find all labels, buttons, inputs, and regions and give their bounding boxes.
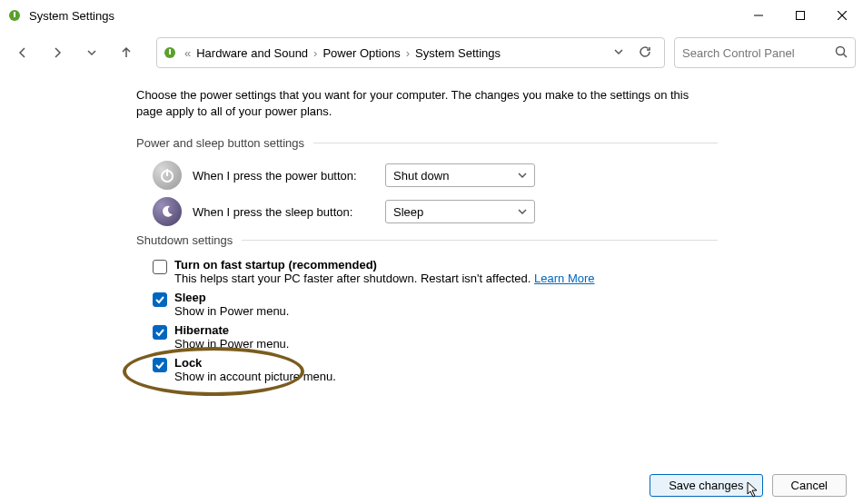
section-power-sleep-header: Power and sleep button settings bbox=[136, 136, 718, 150]
recent-dropdown[interactable] bbox=[76, 37, 107, 68]
svg-rect-7 bbox=[169, 49, 171, 54]
sleep-row: Sleep Show in Power menu. bbox=[153, 291, 718, 318]
back-button[interactable] bbox=[7, 37, 38, 68]
divider bbox=[313, 143, 718, 143]
cancel-button[interactable]: Cancel bbox=[772, 474, 847, 497]
minimize-button[interactable] bbox=[738, 0, 779, 31]
hibernate-checkbox[interactable] bbox=[153, 325, 167, 340]
sleep-icon bbox=[153, 197, 182, 226]
power-icon bbox=[153, 161, 182, 190]
learn-more-link[interactable]: Learn More bbox=[534, 272, 594, 285]
svg-line-9 bbox=[844, 54, 848, 57]
close-button[interactable] bbox=[821, 0, 863, 31]
breadcrumb-hardware[interactable]: Hardware and Sound bbox=[193, 46, 312, 60]
address-dropdown[interactable] bbox=[606, 46, 631, 60]
chevron-right-icon: › bbox=[312, 46, 319, 60]
lock-label: Lock bbox=[174, 356, 336, 370]
sleep-label: Sleep bbox=[174, 291, 289, 304]
cursor-icon bbox=[747, 481, 759, 500]
lock-row: Lock Show in account picture menu. bbox=[153, 356, 718, 383]
chevron-down-icon bbox=[518, 171, 527, 180]
lock-checkbox[interactable] bbox=[153, 358, 167, 372]
search-placeholder: Search Control Panel bbox=[682, 46, 835, 60]
search-icon bbox=[835, 45, 848, 61]
hibernate-label: Hibernate bbox=[174, 323, 289, 337]
sleep-button-row: When I press the sleep button: Sleep bbox=[153, 197, 718, 226]
power-button-dropdown[interactable]: Shut down bbox=[385, 163, 535, 187]
breadcrumb-system-settings[interactable]: System Settings bbox=[412, 46, 504, 60]
hibernate-row: Hibernate Show in Power menu. bbox=[153, 323, 718, 351]
hibernate-desc: Show in Power menu. bbox=[174, 337, 289, 351]
chevron-down-icon bbox=[518, 207, 527, 216]
fast-startup-checkbox[interactable] bbox=[153, 260, 167, 274]
divider bbox=[242, 240, 718, 241]
maximize-button[interactable] bbox=[779, 0, 821, 31]
window-title: System Settings bbox=[29, 9, 738, 23]
forward-button[interactable] bbox=[42, 37, 73, 68]
breadcrumb-power-options[interactable]: Power Options bbox=[319, 46, 403, 60]
power-button-row: When I press the power button: Shut down bbox=[153, 161, 718, 190]
sleep-button-dropdown[interactable]: Sleep bbox=[385, 200, 535, 223]
svg-rect-1 bbox=[14, 12, 15, 17]
toolbar: « Hardware and Sound › Power Options › S… bbox=[0, 31, 863, 74]
address-bar[interactable]: « Hardware and Sound › Power Options › S… bbox=[156, 37, 665, 68]
dropdown-value: Sleep bbox=[393, 205, 423, 219]
section-shutdown-header: Shutdown settings bbox=[136, 233, 718, 247]
refresh-button[interactable] bbox=[631, 45, 659, 61]
sleep-button-label: When I press the sleep button: bbox=[193, 205, 385, 219]
fast-startup-desc: This helps start your PC faster after sh… bbox=[174, 272, 595, 285]
chevron-right-icon: › bbox=[404, 46, 412, 60]
breadcrumb-root-sep: « bbox=[183, 46, 193, 60]
section-title: Shutdown settings bbox=[136, 233, 242, 247]
sleep-checkbox[interactable] bbox=[153, 292, 167, 307]
dropdown-value: Shut down bbox=[393, 169, 449, 183]
address-icon bbox=[163, 45, 177, 60]
section-title: Power and sleep button settings bbox=[136, 136, 313, 150]
intro-text: Choose the power settings that you want … bbox=[136, 87, 718, 120]
svg-point-8 bbox=[837, 46, 845, 54]
lock-desc: Show in account picture menu. bbox=[174, 370, 336, 383]
fast-startup-row: Turn on fast startup (recommended) This … bbox=[153, 258, 718, 285]
up-button[interactable] bbox=[111, 37, 142, 68]
content-panel: Choose the power settings that you want … bbox=[0, 74, 718, 383]
search-input[interactable]: Search Control Panel bbox=[674, 37, 856, 68]
power-button-label: When I press the power button: bbox=[193, 169, 385, 183]
sleep-desc: Show in Power menu. bbox=[174, 304, 289, 318]
titlebar: System Settings bbox=[0, 0, 863, 31]
svg-rect-3 bbox=[797, 12, 805, 20]
save-changes-button[interactable]: Save changes bbox=[650, 474, 762, 497]
fast-startup-label: Turn on fast startup (recommended) bbox=[174, 258, 595, 272]
shutdown-settings-list: Turn on fast startup (recommended) This … bbox=[153, 258, 718, 383]
app-icon bbox=[7, 8, 22, 23]
